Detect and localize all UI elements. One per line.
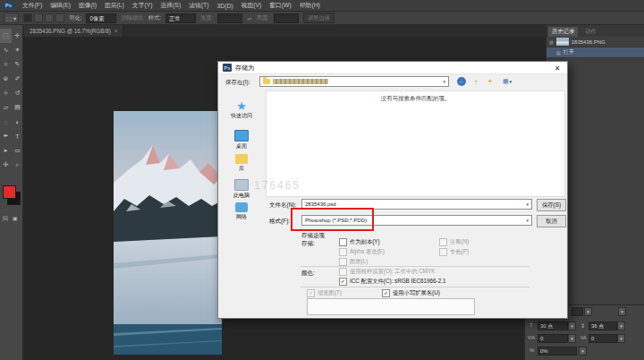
menu-edit[interactable]: 编辑(E) — [50, 1, 71, 10]
menu-layer[interactable]: 图层(L) — [105, 1, 124, 10]
proof-setup-checkbox-row: 使用校样设置(O): 工作中的 CMYK — [339, 268, 436, 276]
menu-select[interactable]: 选择(S) — [161, 1, 182, 10]
document-tab[interactable]: 2835436.PNG @ 16.7%(RGB/8) × — [24, 25, 123, 37]
dialog-close-button[interactable]: ✕ — [547, 62, 567, 74]
gradient-tool[interactable]: ▤ — [12, 100, 23, 115]
chevron-down-icon: ▾ — [526, 218, 529, 223]
menu-filter[interactable]: 滤镜(T) — [189, 1, 208, 10]
new-selection-icon[interactable] — [23, 13, 32, 22]
kerning-dropdown[interactable]: ▾ — [568, 334, 576, 343]
font-size-dropdown[interactable]: ▾ — [568, 321, 576, 330]
checkbox-icon — [439, 248, 447, 256]
checkbox-icon — [439, 238, 447, 246]
lasso-tool[interactable]: ∿ — [0, 43, 12, 57]
add-selection-icon[interactable] — [34, 13, 43, 22]
leading-dropdown[interactable]: ▾ — [617, 321, 625, 330]
set-source-icon[interactable]: ▨ — [549, 39, 554, 45]
eyedropper-tool[interactable]: ✎ — [12, 57, 23, 72]
screen-mode-icon[interactable]: ▣ — [13, 215, 18, 221]
width-input[interactable] — [217, 13, 242, 23]
style-select[interactable]: 正常 — [165, 13, 196, 23]
font-style-dropdown[interactable]: ▾ — [584, 307, 592, 316]
kerning-icon: V/A — [528, 335, 535, 340]
sidebar-item-quick-access[interactable]: ★ 快速访问 — [218, 101, 265, 120]
hand-tool[interactable]: ✣ — [0, 158, 12, 172]
menu-type[interactable]: 文字(Y) — [132, 1, 153, 10]
rectangular-marquee-tool[interactable]: ⬚ — [0, 29, 12, 43]
sidebar-item-desktop[interactable]: 桌面 — [218, 130, 265, 150]
views-menu-button[interactable]: ▦ ▾ — [499, 76, 515, 87]
desktop-icon — [234, 130, 249, 141]
shape-tool[interactable]: ▭ — [12, 143, 23, 158]
thumbnail-label: 缩览图(T) — [318, 289, 342, 297]
feather-input[interactable]: 0像素 — [86, 13, 116, 23]
lowercase-extension-checkbox-row[interactable]: ✓ 使用小写扩展名(U) — [382, 289, 440, 297]
path-selection-tool[interactable]: ▸ — [0, 143, 12, 158]
eraser-tool[interactable]: ▱ — [0, 100, 12, 115]
tracking-input[interactable]: 0 — [589, 334, 617, 343]
views-icon: ▦ — [503, 78, 509, 85]
feather-label: 羽化: — [69, 14, 81, 22]
swap-dimensions-icon[interactable]: ⇄ — [247, 15, 251, 21]
dialog-title-bar[interactable]: Ps 存储为 ✕ — [218, 62, 567, 74]
save-button[interactable]: 保存(S) — [537, 199, 566, 211]
magic-wand-tool[interactable]: ✶ — [12, 43, 23, 57]
cancel-button[interactable]: 取消 — [537, 215, 566, 227]
intersect-selection-icon[interactable] — [55, 13, 64, 22]
format-highlight-annotation — [291, 208, 374, 231]
sidebar-item-libraries[interactable]: 库 — [218, 154, 265, 173]
menu-help[interactable]: 帮助(H) — [300, 1, 320, 10]
crop-tool[interactable]: ⌗ — [0, 57, 12, 72]
as-copy-checkbox-row[interactable]: 作为副本(Y) — [339, 238, 380, 246]
healing-brush-tool[interactable]: ⊜ — [0, 72, 12, 86]
mountain-photo — [114, 111, 222, 355]
font-extra-dropdown[interactable]: ▾ — [618, 307, 626, 316]
brush-tool[interactable]: ✐ — [12, 72, 23, 86]
document-tab-bar: 2835436.PNG @ 16.7%(RGB/8) × — [23, 25, 546, 37]
save-in-dropdown[interactable]: ▾ — [259, 76, 449, 87]
back-button[interactable]: ← — [456, 76, 467, 87]
subtract-selection-icon[interactable] — [45, 13, 54, 22]
close-icon[interactable]: × — [114, 28, 118, 34]
tab-history[interactable]: 历史记录 — [548, 27, 578, 37]
leading-input[interactable]: 36 点 — [589, 321, 617, 330]
up-one-level-button[interactable]: ↑ — [470, 76, 481, 87]
pen-tool[interactable]: ✒ — [0, 129, 12, 143]
tools-panel: ⬚ ✛ ∿ ✶ ⌗ ✎ ⊜ ✐ ⍟ ↺ ▱ ▤ ◌ ◐ ✒ T ▸ ▭ ✣ ⌕ … — [0, 25, 23, 360]
dialog-title: 存储为 — [235, 64, 254, 73]
menu-file[interactable]: 文件(F) — [22, 1, 42, 10]
history-snapshot-row[interactable]: ▨ 2835436.PNG — [547, 37, 644, 47]
dodge-tool[interactable]: ◐ — [12, 115, 23, 129]
menu-window[interactable]: 窗口(W) — [269, 1, 292, 10]
blur-tool[interactable]: ◌ — [0, 115, 12, 129]
icc-profile-checkbox-row[interactable]: ✓ ICC 配置文件(C): sRGB IEC61966-2.1 — [339, 278, 445, 286]
menu-image[interactable]: 图像(I) — [79, 1, 97, 10]
type-tool[interactable]: T — [12, 129, 23, 143]
tracking-dropdown[interactable]: ▾ — [617, 334, 625, 343]
kerning-input[interactable]: 0 — [538, 334, 568, 343]
sidebar-item-network[interactable]: 网络 — [218, 202, 265, 221]
checkbox-checked-icon[interactable]: ✓ — [339, 278, 347, 286]
new-folder-button[interactable]: ✦ — [485, 76, 496, 87]
checkbox-checked-icon[interactable]: ✓ — [382, 289, 390, 297]
font-size-input[interactable]: 30 点 — [538, 321, 568, 330]
height-input[interactable] — [274, 13, 299, 23]
menu-view[interactable]: 视图(V) — [242, 1, 262, 10]
file-list-area[interactable]: 没有与搜索条件匹配的项。 — [266, 90, 565, 197]
tool-preset-picker[interactable]: ⬚ ▾ — [4, 13, 19, 23]
checkbox-icon[interactable] — [339, 238, 347, 246]
font-style-field[interactable] — [572, 307, 583, 316]
foreground-color-swatch[interactable] — [3, 185, 16, 199]
warning-message-box — [307, 298, 475, 315]
quick-mask-icon[interactable]: 回 — [3, 215, 8, 223]
move-tool[interactable]: ✛ — [12, 29, 23, 43]
zoom-tool[interactable]: ⌕ — [12, 158, 23, 172]
refine-edge-button[interactable]: 调整边缘 — [303, 13, 335, 23]
clone-stamp-tool[interactable]: ⍟ — [0, 86, 12, 100]
history-brush-tool[interactable]: ↺ — [12, 86, 23, 100]
tab-actions[interactable]: 动作 — [583, 27, 598, 37]
history-state-open-row[interactable]: ▤ 打开 — [547, 47, 644, 58]
scale-spacing-input[interactable]: 0% — [538, 347, 577, 356]
menu-3d[interactable]: 3D(D) — [216, 3, 233, 9]
scale-spacing-dropdown[interactable]: ▾ — [579, 347, 587, 356]
